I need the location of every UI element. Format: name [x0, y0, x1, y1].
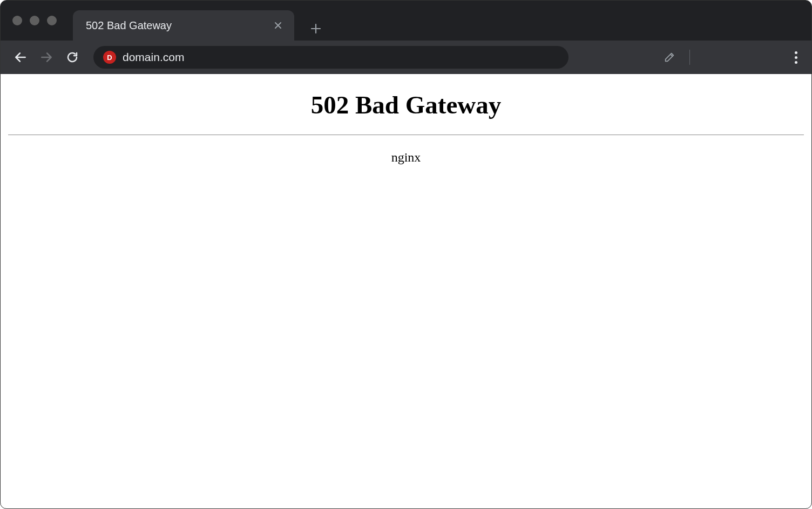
- reload-button[interactable]: [62, 47, 83, 68]
- pencil-icon[interactable]: [659, 47, 680, 68]
- browser-chrome: 502 Bad Gateway D domain.com: [1, 1, 811, 74]
- toolbar-right: [659, 47, 802, 68]
- window-maximize-button[interactable]: [47, 16, 57, 25]
- address-text: domain.com: [123, 51, 184, 64]
- window-minimize-button[interactable]: [30, 16, 39, 25]
- back-button[interactable]: [10, 47, 31, 68]
- tab-title: 502 Bad Gateway: [86, 19, 272, 32]
- menu-button[interactable]: [790, 47, 802, 68]
- error-heading: 502 Bad Gateway: [7, 90, 805, 119]
- page-content: 502 Bad Gateway nginx: [1, 74, 811, 176]
- server-label: nginx: [7, 150, 805, 165]
- tab-strip: 502 Bad Gateway: [70, 1, 811, 41]
- divider: [8, 135, 804, 135]
- window-close-button[interactable]: [12, 16, 22, 25]
- toolbar: D domain.com: [1, 41, 811, 74]
- favicon-letter: D: [107, 53, 112, 62]
- title-bar: 502 Bad Gateway: [1, 1, 811, 41]
- close-tab-icon[interactable]: [272, 19, 285, 32]
- toolbar-divider: [689, 50, 690, 65]
- site-favicon: D: [103, 51, 116, 64]
- forward-button[interactable]: [36, 47, 57, 68]
- address-bar[interactable]: D domain.com: [93, 46, 569, 69]
- new-tab-button[interactable]: [304, 17, 328, 41]
- window-controls: [1, 16, 70, 25]
- browser-tab[interactable]: 502 Bad Gateway: [73, 10, 294, 41]
